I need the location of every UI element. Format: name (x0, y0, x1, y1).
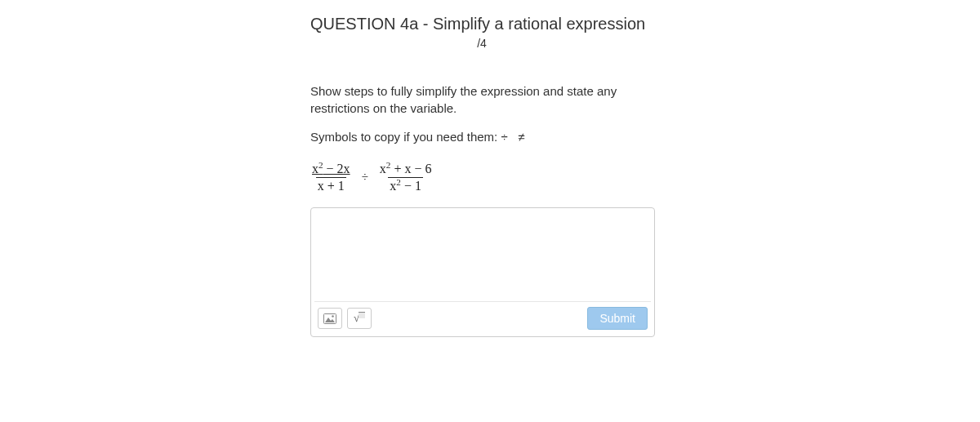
svg-marker-1 (325, 318, 335, 322)
image-icon (323, 313, 336, 324)
question-container: QUESTION 4a - Simplify a rational expres… (310, 15, 670, 337)
fraction-2: x2 + x − 6 x2 − 1 (378, 162, 434, 193)
symbols-prefix: Symbols to copy if you need them: (310, 130, 501, 144)
answer-toolbar: √ Submit (314, 301, 651, 333)
question-marks: /4 (310, 37, 653, 50)
sqrt-icon: √ (354, 312, 366, 325)
tool-buttons: √ (318, 308, 372, 329)
math-tool-button[interactable]: √ (347, 308, 372, 329)
svg-point-2 (332, 315, 334, 318)
submit-button[interactable]: Submit (587, 307, 648, 330)
symbols-hint: Symbols to copy if you need them: ÷ ≠ (310, 130, 670, 144)
question-instructions: Show steps to fully simplify the express… (310, 82, 637, 117)
answer-box: √ Submit (310, 207, 655, 337)
division-operator: ÷ (360, 171, 370, 184)
symbol-not-equal: ≠ (518, 130, 524, 144)
question-title: QUESTION 4a - Simplify a rational expres… (310, 15, 670, 33)
image-tool-button[interactable] (318, 308, 342, 329)
answer-input[interactable] (314, 211, 651, 296)
symbol-divide: ÷ (501, 130, 507, 144)
math-expression: x2 − 2x x + 1 ÷ x2 + x − 6 x2 − 1 (310, 162, 670, 193)
fraction-1: x2 − 2x x + 1 (310, 162, 352, 193)
